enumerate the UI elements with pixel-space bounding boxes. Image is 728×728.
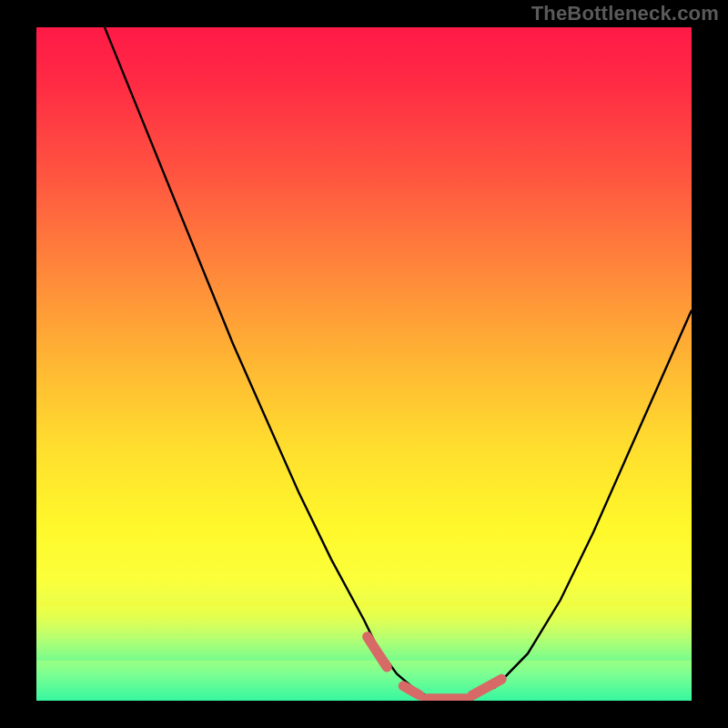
chart-frame: TheBottleneck.com bbox=[0, 0, 728, 728]
highlight-segment bbox=[403, 686, 420, 695]
v-curve bbox=[36, 27, 692, 701]
highlight-segment bbox=[368, 637, 388, 667]
highlight-segment bbox=[472, 679, 501, 695]
highlight-markers bbox=[368, 637, 502, 699]
plot-area bbox=[36, 27, 692, 701]
curve-layer bbox=[36, 27, 692, 701]
watermark-text: TheBottleneck.com bbox=[531, 2, 719, 25]
